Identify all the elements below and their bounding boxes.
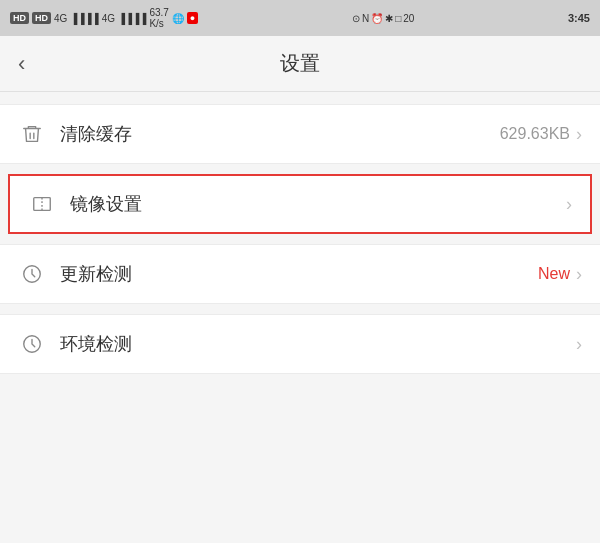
clear-cache-icon [18, 120, 46, 148]
settings-list: 清除缓存 629.63KB › 镜像设置 › 更新检测 New › [0, 92, 600, 396]
signal-bars1: ▐▐▐▐ [70, 13, 98, 24]
signal-bars2: ▐▐▐▐ [118, 13, 146, 24]
env-check-icon [18, 330, 46, 358]
status-right: 3:45 [568, 12, 590, 24]
nfc-icon: ⊙ [352, 13, 360, 24]
status-center: ⊙ N ⏰ ✱ □ 20 [352, 13, 414, 24]
sim-icon: □ [395, 13, 401, 24]
mirror-settings-icon [28, 190, 56, 218]
update-check-new-badge: New [538, 265, 570, 283]
env-check-label: 环境检测 [60, 332, 570, 356]
update-check-chevron: › [576, 264, 582, 285]
signal-4g2: 4G [102, 13, 115, 24]
clear-cache-label: 清除缓存 [60, 122, 500, 146]
status-bar: HD HD 4G ▐▐▐▐ 4G ▐▐▐▐ 63.7K/s 🌐 ● ⊙ N ⏰ … [0, 0, 600, 36]
back-button[interactable]: ‹ [18, 53, 25, 75]
setting-item-mirror-settings[interactable]: 镜像设置 › [8, 174, 592, 234]
nfc-label: N [362, 13, 369, 24]
hd-badge: HD [10, 12, 29, 24]
rec-icon: ● [187, 12, 198, 24]
time-display: 3:45 [568, 12, 590, 24]
globe-icon: 🌐 [172, 13, 184, 24]
status-left: HD HD 4G ▐▐▐▐ 4G ▐▐▐▐ 63.7K/s 🌐 ● [10, 7, 198, 29]
env-check-chevron: › [576, 334, 582, 355]
setting-item-env-check[interactable]: 环境检测 › [0, 314, 600, 374]
signal-4g: 4G [54, 13, 67, 24]
battery-label: 20 [403, 13, 414, 24]
mirror-settings-chevron: › [566, 194, 572, 215]
bluetooth-icon: ✱ [385, 13, 393, 24]
update-check-icon [18, 260, 46, 288]
setting-item-clear-cache[interactable]: 清除缓存 629.63KB › [0, 104, 600, 164]
setting-item-update-check[interactable]: 更新检测 New › [0, 244, 600, 304]
clear-cache-chevron: › [576, 124, 582, 145]
clear-cache-value: 629.63KB [500, 125, 570, 143]
page-title: 设置 [280, 50, 320, 77]
speed-text: 63.7K/s [149, 7, 168, 29]
mirror-settings-label: 镜像设置 [70, 192, 560, 216]
hd-badge2: HD [32, 12, 51, 24]
nav-bar: ‹ 设置 [0, 36, 600, 92]
update-check-label: 更新检测 [60, 262, 538, 286]
svg-rect-0 [34, 198, 51, 211]
alarm-icon: ⏰ [371, 13, 383, 24]
